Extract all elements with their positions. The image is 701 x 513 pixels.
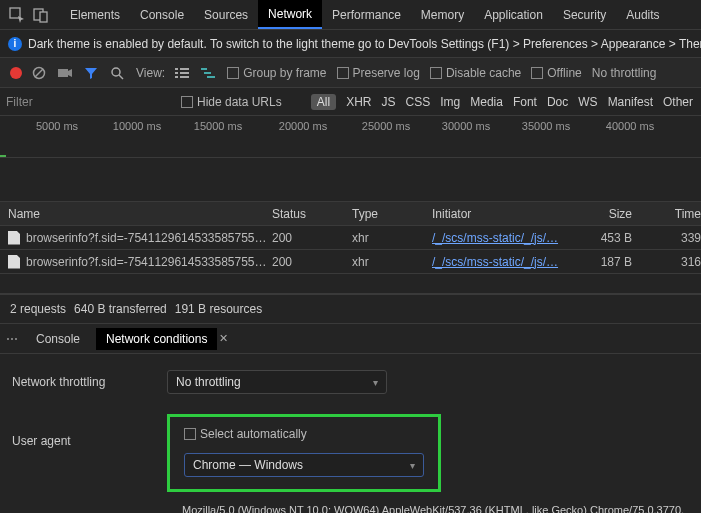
tab-application[interactable]: Application (474, 0, 553, 29)
filter-type-media[interactable]: Media (470, 95, 503, 109)
main-tabs: Elements Console Sources Network Perform… (60, 0, 670, 29)
disable-cache-checkbox[interactable]: Disable cache (430, 66, 521, 80)
request-time: 339 (642, 231, 701, 245)
svg-line-4 (35, 69, 43, 77)
table-row[interactable]: browserinfo?f.sid=-7541129614533585755… … (0, 250, 701, 274)
svg-point-6 (112, 68, 120, 76)
filter-input[interactable] (0, 91, 175, 113)
timeline-tick: 40000 ms (606, 120, 654, 132)
offline-checkbox[interactable]: Offline (531, 66, 581, 80)
chevron-down-icon: ▾ (373, 377, 378, 388)
tab-security[interactable]: Security (553, 0, 616, 29)
table-row[interactable]: browserinfo?f.sid=-7541129614533585755… … (0, 226, 701, 250)
filter-type-js[interactable]: JS (382, 95, 396, 109)
request-time: 316 (642, 255, 701, 269)
clear-icon[interactable] (32, 66, 48, 80)
filter-type-other[interactable]: Other (663, 95, 693, 109)
svg-rect-5 (58, 69, 68, 77)
network-table-header: Name Status Type Initiator Size Time (0, 202, 701, 226)
col-header-type[interactable]: Type (352, 207, 432, 221)
inspect-icon[interactable] (6, 7, 28, 23)
svg-line-7 (119, 75, 123, 79)
drawer-tab-console[interactable]: Console (26, 328, 90, 350)
svg-rect-2 (40, 12, 47, 22)
filter-type-doc[interactable]: Doc (547, 95, 568, 109)
timeline-spacer (0, 158, 701, 202)
tab-elements[interactable]: Elements (60, 0, 130, 29)
col-header-initiator[interactable]: Initiator (432, 207, 582, 221)
request-status: 200 (272, 231, 352, 245)
drawer-menu-icon[interactable]: ⋯ (6, 332, 20, 346)
col-header-status[interactable]: Status (272, 207, 352, 221)
svg-rect-16 (207, 76, 215, 78)
svg-rect-13 (180, 76, 189, 78)
hide-data-urls-checkbox[interactable]: Hide data URLs (181, 95, 282, 109)
drawer-tab-network-conditions[interactable]: Network conditions (96, 328, 217, 350)
view-waterfall-icon[interactable] (201, 67, 217, 79)
view-list-icon[interactable] (175, 67, 191, 79)
filter-type-font[interactable]: Font (513, 95, 537, 109)
filter-bar: Hide data URLs All XHR JS CSS Img Media … (0, 88, 701, 116)
view-label: View: (136, 66, 165, 80)
request-name: browserinfo?f.sid=-7541129614533585755… (26, 231, 267, 245)
user-agent-select[interactable]: Chrome — Windows ▾ (184, 453, 424, 477)
user-agent-string: Mozilla/5.0 (Windows NT 10.0; WOW64) App… (12, 504, 689, 513)
col-header-name[interactable]: Name (8, 207, 272, 221)
device-toggle-icon[interactable] (30, 7, 52, 23)
tab-audits[interactable]: Audits (616, 0, 669, 29)
summary-resources: 191 B resources (175, 302, 262, 316)
search-icon[interactable] (110, 66, 126, 80)
timeline-tick: 10000 ms (113, 120, 161, 132)
filter-type-css[interactable]: CSS (406, 95, 431, 109)
ua-auto-label: Select automatically (200, 427, 307, 441)
ua-auto-checkbox[interactable]: Select automatically (184, 427, 424, 441)
info-text: Dark theme is enabled by default. To swi… (28, 37, 701, 51)
file-icon (8, 231, 20, 245)
svg-rect-9 (180, 68, 189, 70)
throttling-label: Network throttling (12, 375, 167, 389)
throttling-value: No throttling (176, 375, 241, 389)
col-header-time[interactable]: Time (642, 207, 701, 221)
timeline-tick: 25000 ms (362, 120, 410, 132)
camera-icon[interactable] (58, 67, 74, 79)
request-type: xhr (352, 255, 432, 269)
timeline-tick: 15000 ms (194, 120, 242, 132)
col-header-size[interactable]: Size (582, 207, 642, 221)
group-by-frame-label: Group by frame (243, 66, 326, 80)
tab-network[interactable]: Network (258, 0, 322, 29)
filter-types: All XHR JS CSS Img Media Font Doc WS Man… (311, 94, 701, 110)
tab-memory[interactable]: Memory (411, 0, 474, 29)
info-icon: i (8, 37, 22, 51)
user-agent-value: Chrome — Windows (193, 458, 303, 472)
close-icon[interactable]: ✕ (219, 332, 228, 345)
timeline-tick: 35000 ms (522, 120, 570, 132)
filter-type-img[interactable]: Img (440, 95, 460, 109)
drawer-tabs: ⋯ Console Network conditions ✕ (0, 324, 701, 354)
group-by-frame-checkbox[interactable]: Group by frame (227, 66, 326, 80)
request-initiator[interactable]: /_/scs/mss-static/_/js/… (432, 231, 582, 245)
filter-type-all[interactable]: All (311, 94, 336, 110)
tab-performance[interactable]: Performance (322, 0, 411, 29)
filter-type-xhr[interactable]: XHR (346, 95, 371, 109)
tab-console[interactable]: Console (130, 0, 194, 29)
record-button[interactable] (10, 67, 22, 79)
chevron-down-icon: ▾ (410, 460, 415, 471)
disable-cache-label: Disable cache (446, 66, 521, 80)
preserve-log-checkbox[interactable]: Preserve log (337, 66, 420, 80)
request-initiator[interactable]: /_/scs/mss-static/_/js/… (432, 255, 582, 269)
network-toolbar: View: Group by frame Preserve log Disabl… (0, 58, 701, 88)
svg-rect-11 (180, 72, 189, 74)
filter-type-ws[interactable]: WS (578, 95, 597, 109)
svg-rect-15 (204, 72, 211, 74)
timeline[interactable]: 5000 ms 10000 ms 15000 ms 20000 ms 25000… (0, 116, 701, 158)
filter-icon[interactable] (84, 66, 100, 80)
svg-rect-12 (175, 76, 178, 78)
throttling-dropdown[interactable]: No throttling (592, 66, 657, 80)
tab-sources[interactable]: Sources (194, 0, 258, 29)
filter-type-manifest[interactable]: Manifest (608, 95, 653, 109)
throttling-select[interactable]: No throttling ▾ (167, 370, 387, 394)
network-summary: 2 requests 640 B transferred 191 B resou… (0, 294, 701, 324)
user-agent-highlight: Select automatically Chrome — Windows ▾ (167, 414, 441, 492)
summary-requests: 2 requests (10, 302, 66, 316)
request-status: 200 (272, 255, 352, 269)
